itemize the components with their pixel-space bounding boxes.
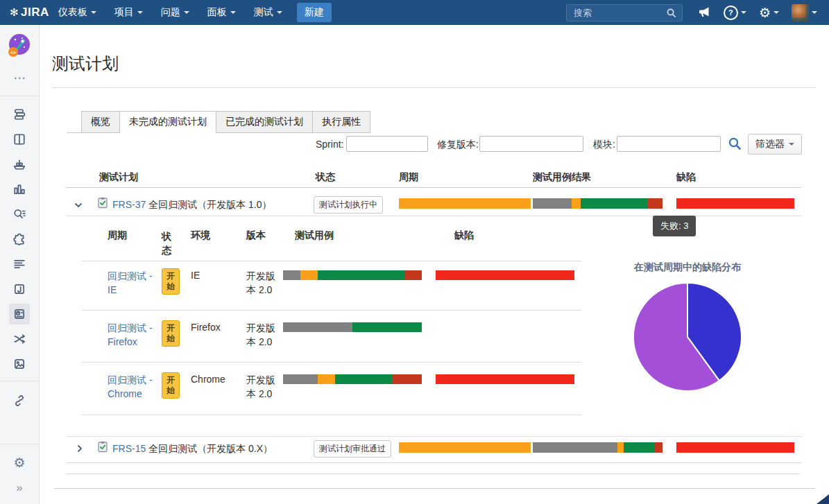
chevron-down-icon — [812, 11, 817, 14]
subrow-divider — [82, 310, 581, 311]
reports-chart-icon[interactable] — [7, 177, 32, 202]
subtable-header-divider — [82, 261, 581, 261]
admin-settings-menu[interactable]: ⚙ — [754, 0, 784, 25]
shuffle-icon[interactable] — [7, 327, 32, 351]
announcements-button[interactable] — [692, 0, 716, 25]
fix-version-label: 修复版本: — [437, 139, 479, 151]
cycle-version: 开发版本 2.0 — [246, 270, 280, 297]
media-image-icon[interactable] — [7, 351, 32, 376]
chevron-down-icon — [230, 11, 236, 14]
cycle-col-header-env: 环境 — [191, 229, 210, 242]
jira-logo[interactable]: ✻ JIRA — [10, 6, 49, 19]
project-avatar[interactable]: <> — [6, 32, 33, 60]
cycle-progress-bar[interactable] — [399, 442, 531, 453]
cycle-defects-bar[interactable] — [436, 270, 574, 280]
issue-search-icon[interactable] — [7, 202, 32, 227]
nav-menu-tests[interactable]: 测试 — [245, 0, 291, 25]
cycle-col-header-testcases: 测试用例 — [295, 229, 334, 242]
chevron-down-icon — [277, 11, 282, 14]
releases-ship-icon[interactable] — [7, 152, 32, 177]
defects-bar[interactable] — [676, 198, 794, 209]
chevron-down-icon — [741, 11, 746, 14]
user-avatar — [792, 4, 809, 21]
cycle-col-header-defects: 缺陷 — [454, 229, 474, 242]
row-divider — [66, 473, 800, 474]
cycle-link[interactable]: 回归测试 - Chrome — [108, 374, 159, 401]
user-profile-menu[interactable] — [787, 0, 822, 25]
plan-title: 全回归测试（开发版本 0.X） — [148, 443, 273, 454]
cycle-version: 开发版本 2.0 — [246, 374, 280, 401]
filter-dropdown-button[interactable]: 筛选器 — [748, 134, 802, 155]
cycle-col-header-status: 状态 — [162, 229, 173, 258]
global-search-input[interactable] — [572, 7, 666, 19]
cycle-version: 开发版本 2.0 — [246, 322, 280, 349]
top-nav: ✻ JIRA 仪表板 项目 问题 面板 测试 新建 ? ⚙ — [0, 0, 829, 25]
global-search[interactable] — [566, 4, 683, 21]
test-report-card-icon[interactable] — [9, 304, 30, 324]
chevron-down-icon — [184, 11, 189, 14]
row-divider — [66, 436, 801, 437]
testcase-results-bar[interactable] — [533, 442, 663, 453]
cycle-link[interactable]: 回归测试 - Firefox — [108, 322, 159, 349]
sprint-input[interactable] — [346, 136, 428, 152]
collapse-expanded-chevron-icon[interactable] — [74, 200, 83, 211]
defect-distribution-pie-chart[interactable] — [632, 281, 743, 394]
expand-collapsed-chevron-icon[interactable] — [76, 444, 83, 455]
nav-menu-issues[interactable]: 问题 — [152, 0, 198, 25]
create-button[interactable]: 新建 — [297, 3, 332, 22]
sprint-label: Sprint: — [316, 139, 343, 150]
section-divider — [54, 488, 815, 489]
module-input[interactable] — [617, 136, 721, 152]
nav-menu-dashboards[interactable]: 仪表板 — [49, 0, 105, 25]
title-divider — [52, 87, 815, 88]
cycle-link[interactable]: 回归测试 - IE — [108, 270, 159, 297]
cycle-testcases-bar[interactable] — [283, 322, 422, 332]
sidebar-expand-icon[interactable]: » — [7, 475, 32, 500]
more-icon[interactable]: ⋯ — [7, 65, 32, 90]
fix-version-input[interactable] — [479, 136, 583, 152]
issue-key-link[interactable]: FRS-15 — [112, 443, 146, 454]
help-icon: ? — [724, 6, 738, 20]
col-header-defects: 缺陷 — [676, 171, 696, 184]
sidebar-divider — [0, 96, 40, 96]
issue-key-link[interactable]: FRS-37 — [112, 199, 146, 210]
link-icon[interactable] — [7, 388, 32, 413]
sidebar-settings-gear-icon[interactable]: ⚙ — [7, 450, 32, 475]
plan-title: 全回归测试（开发版本 1.0） — [148, 199, 271, 210]
tab-incomplete-test-plans[interactable]: 未完成的测试计划 — [120, 111, 216, 133]
addons-puzzle-icon[interactable] — [7, 227, 32, 252]
help-menu[interactable]: ? — [719, 0, 751, 25]
filter-search-icon[interactable] — [728, 137, 742, 150]
gear-icon: ⚙ — [759, 6, 771, 19]
nav-menu-boards[interactable]: 面板 — [198, 0, 245, 25]
cycle-defects-bar[interactable] — [436, 374, 574, 384]
cycle-status-badge: 开始 — [162, 372, 180, 399]
cycle-defects-bar[interactable] — [436, 322, 574, 332]
board-icon[interactable] — [7, 127, 32, 152]
tab-overview[interactable]: 概览 — [81, 111, 120, 133]
svg-text:<>: <> — [10, 50, 16, 55]
testcase-results-bar[interactable] — [533, 198, 663, 209]
cycle-env: Firefox — [191, 322, 221, 333]
backlog-icon[interactable] — [7, 102, 32, 127]
project-sidebar: <> ⋯ ⚙ » — [0, 25, 40, 504]
cycle-progress-bar[interactable] — [399, 198, 531, 209]
subrow-divider — [82, 415, 581, 415]
sidebar-divider — [0, 381, 40, 381]
chevron-down-icon — [137, 11, 143, 14]
table-header-divider — [66, 187, 801, 188]
bar-tooltip: 失败: 3 — [653, 216, 696, 236]
row-divider — [66, 462, 801, 463]
tab-execution-attributes[interactable]: 执行属性 — [313, 111, 370, 133]
cycle-testcases-bar[interactable] — [283, 374, 422, 384]
text-pages-icon[interactable] — [7, 252, 32, 277]
cycle-testcases-bar[interactable] — [283, 270, 422, 280]
pie-chart-title: 在测试周期中的缺陷分布 — [614, 261, 761, 274]
cycle-col-header-version: 版本 — [246, 229, 266, 242]
cycle-env: IE — [191, 270, 200, 281]
chevron-down-icon — [774, 11, 779, 14]
nav-menu-projects[interactable]: 项目 — [105, 0, 152, 25]
document-card-icon[interactable] — [7, 277, 32, 302]
defects-bar[interactable] — [676, 442, 794, 453]
tab-completed-test-plans[interactable]: 已完成的测试计划 — [216, 111, 313, 133]
